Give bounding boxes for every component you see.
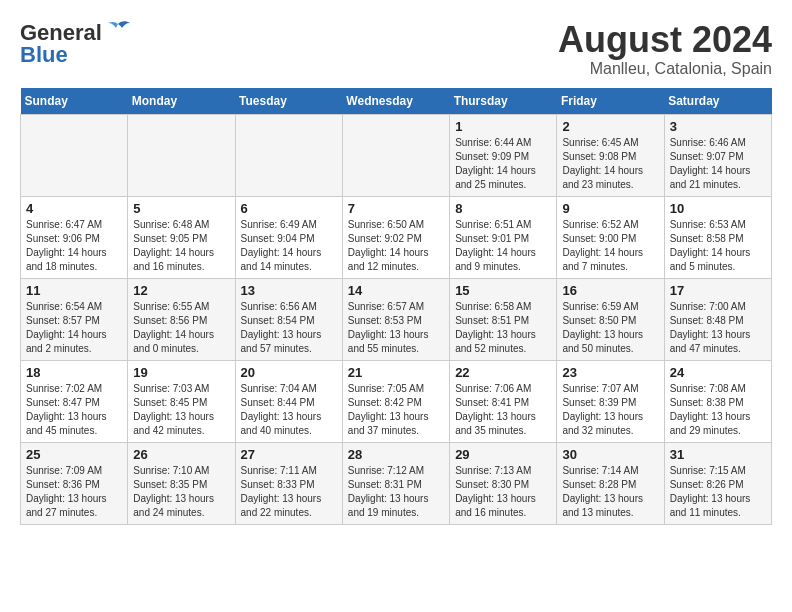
calendar-cell: 11Sunrise: 6:54 AMSunset: 8:57 PMDayligh…	[21, 278, 128, 360]
calendar-cell: 19Sunrise: 7:03 AMSunset: 8:45 PMDayligh…	[128, 360, 235, 442]
calendar-cell: 12Sunrise: 6:55 AMSunset: 8:56 PMDayligh…	[128, 278, 235, 360]
day-number: 2	[562, 119, 658, 134]
calendar-cell: 21Sunrise: 7:05 AMSunset: 8:42 PMDayligh…	[342, 360, 449, 442]
day-info: Sunrise: 6:45 AMSunset: 9:08 PMDaylight:…	[562, 136, 658, 192]
weekday-header-thursday: Thursday	[450, 88, 557, 115]
day-info: Sunrise: 7:05 AMSunset: 8:42 PMDaylight:…	[348, 382, 444, 438]
day-number: 18	[26, 365, 122, 380]
day-info: Sunrise: 6:57 AMSunset: 8:53 PMDaylight:…	[348, 300, 444, 356]
day-info: Sunrise: 6:56 AMSunset: 8:54 PMDaylight:…	[241, 300, 337, 356]
day-info: Sunrise: 6:59 AMSunset: 8:50 PMDaylight:…	[562, 300, 658, 356]
day-number: 14	[348, 283, 444, 298]
day-info: Sunrise: 7:07 AMSunset: 8:39 PMDaylight:…	[562, 382, 658, 438]
calendar-table: SundayMondayTuesdayWednesdayThursdayFrid…	[20, 88, 772, 525]
calendar-cell: 27Sunrise: 7:11 AMSunset: 8:33 PMDayligh…	[235, 442, 342, 524]
calendar-cell: 25Sunrise: 7:09 AMSunset: 8:36 PMDayligh…	[21, 442, 128, 524]
day-info: Sunrise: 6:51 AMSunset: 9:01 PMDaylight:…	[455, 218, 551, 274]
calendar-cell: 5Sunrise: 6:48 AMSunset: 9:05 PMDaylight…	[128, 196, 235, 278]
calendar-cell	[21, 114, 128, 196]
calendar-week-row: 1Sunrise: 6:44 AMSunset: 9:09 PMDaylight…	[21, 114, 772, 196]
calendar-week-row: 25Sunrise: 7:09 AMSunset: 8:36 PMDayligh…	[21, 442, 772, 524]
weekday-header-sunday: Sunday	[21, 88, 128, 115]
day-number: 17	[670, 283, 766, 298]
day-info: Sunrise: 6:50 AMSunset: 9:02 PMDaylight:…	[348, 218, 444, 274]
calendar-cell: 29Sunrise: 7:13 AMSunset: 8:30 PMDayligh…	[450, 442, 557, 524]
day-info: Sunrise: 7:08 AMSunset: 8:38 PMDaylight:…	[670, 382, 766, 438]
day-info: Sunrise: 6:46 AMSunset: 9:07 PMDaylight:…	[670, 136, 766, 192]
day-info: Sunrise: 7:09 AMSunset: 8:36 PMDaylight:…	[26, 464, 122, 520]
calendar-cell: 4Sunrise: 6:47 AMSunset: 9:06 PMDaylight…	[21, 196, 128, 278]
day-number: 15	[455, 283, 551, 298]
calendar-cell: 9Sunrise: 6:52 AMSunset: 9:00 PMDaylight…	[557, 196, 664, 278]
calendar-cell	[342, 114, 449, 196]
day-number: 21	[348, 365, 444, 380]
calendar-cell: 7Sunrise: 6:50 AMSunset: 9:02 PMDaylight…	[342, 196, 449, 278]
calendar-week-row: 18Sunrise: 7:02 AMSunset: 8:47 PMDayligh…	[21, 360, 772, 442]
day-number: 10	[670, 201, 766, 216]
calendar-cell: 24Sunrise: 7:08 AMSunset: 8:38 PMDayligh…	[664, 360, 771, 442]
day-info: Sunrise: 6:49 AMSunset: 9:04 PMDaylight:…	[241, 218, 337, 274]
calendar-cell: 28Sunrise: 7:12 AMSunset: 8:31 PMDayligh…	[342, 442, 449, 524]
day-info: Sunrise: 7:06 AMSunset: 8:41 PMDaylight:…	[455, 382, 551, 438]
calendar-cell: 30Sunrise: 7:14 AMSunset: 8:28 PMDayligh…	[557, 442, 664, 524]
calendar-cell: 22Sunrise: 7:06 AMSunset: 8:41 PMDayligh…	[450, 360, 557, 442]
day-number: 9	[562, 201, 658, 216]
calendar-week-row: 4Sunrise: 6:47 AMSunset: 9:06 PMDaylight…	[21, 196, 772, 278]
weekday-header-wednesday: Wednesday	[342, 88, 449, 115]
day-number: 1	[455, 119, 551, 134]
calendar-subtitle: Manlleu, Catalonia, Spain	[558, 60, 772, 78]
day-number: 24	[670, 365, 766, 380]
calendar-cell: 3Sunrise: 6:46 AMSunset: 9:07 PMDaylight…	[664, 114, 771, 196]
day-info: Sunrise: 7:15 AMSunset: 8:26 PMDaylight:…	[670, 464, 766, 520]
calendar-cell: 23Sunrise: 7:07 AMSunset: 8:39 PMDayligh…	[557, 360, 664, 442]
calendar-cell: 15Sunrise: 6:58 AMSunset: 8:51 PMDayligh…	[450, 278, 557, 360]
calendar-week-row: 11Sunrise: 6:54 AMSunset: 8:57 PMDayligh…	[21, 278, 772, 360]
day-number: 28	[348, 447, 444, 462]
day-number: 3	[670, 119, 766, 134]
weekday-header-row: SundayMondayTuesdayWednesdayThursdayFrid…	[21, 88, 772, 115]
calendar-cell: 16Sunrise: 6:59 AMSunset: 8:50 PMDayligh…	[557, 278, 664, 360]
calendar-cell: 18Sunrise: 7:02 AMSunset: 8:47 PMDayligh…	[21, 360, 128, 442]
day-number: 4	[26, 201, 122, 216]
day-number: 26	[133, 447, 229, 462]
weekday-header-saturday: Saturday	[664, 88, 771, 115]
calendar-cell	[235, 114, 342, 196]
calendar-cell: 6Sunrise: 6:49 AMSunset: 9:04 PMDaylight…	[235, 196, 342, 278]
day-number: 16	[562, 283, 658, 298]
day-number: 11	[26, 283, 122, 298]
day-info: Sunrise: 7:00 AMSunset: 8:48 PMDaylight:…	[670, 300, 766, 356]
day-info: Sunrise: 7:10 AMSunset: 8:35 PMDaylight:…	[133, 464, 229, 520]
day-number: 20	[241, 365, 337, 380]
calendar-cell: 14Sunrise: 6:57 AMSunset: 8:53 PMDayligh…	[342, 278, 449, 360]
calendar-cell: 1Sunrise: 6:44 AMSunset: 9:09 PMDaylight…	[450, 114, 557, 196]
day-info: Sunrise: 6:53 AMSunset: 8:58 PMDaylight:…	[670, 218, 766, 274]
day-number: 5	[133, 201, 229, 216]
day-number: 25	[26, 447, 122, 462]
day-number: 22	[455, 365, 551, 380]
day-number: 13	[241, 283, 337, 298]
calendar-title: August 2024	[558, 20, 772, 60]
day-number: 23	[562, 365, 658, 380]
day-info: Sunrise: 7:02 AMSunset: 8:47 PMDaylight:…	[26, 382, 122, 438]
weekday-header-monday: Monday	[128, 88, 235, 115]
calendar-cell: 10Sunrise: 6:53 AMSunset: 8:58 PMDayligh…	[664, 196, 771, 278]
day-number: 12	[133, 283, 229, 298]
calendar-cell: 17Sunrise: 7:00 AMSunset: 8:48 PMDayligh…	[664, 278, 771, 360]
day-info: Sunrise: 7:12 AMSunset: 8:31 PMDaylight:…	[348, 464, 444, 520]
day-info: Sunrise: 7:03 AMSunset: 8:45 PMDaylight:…	[133, 382, 229, 438]
calendar-title-area: August 2024 Manlleu, Catalonia, Spain	[558, 20, 772, 78]
logo-text: General Blue	[20, 20, 132, 68]
day-info: Sunrise: 6:58 AMSunset: 8:51 PMDaylight:…	[455, 300, 551, 356]
day-number: 7	[348, 201, 444, 216]
day-number: 6	[241, 201, 337, 216]
calendar-cell: 2Sunrise: 6:45 AMSunset: 9:08 PMDaylight…	[557, 114, 664, 196]
day-info: Sunrise: 6:44 AMSunset: 9:09 PMDaylight:…	[455, 136, 551, 192]
day-number: 19	[133, 365, 229, 380]
calendar-cell: 20Sunrise: 7:04 AMSunset: 8:44 PMDayligh…	[235, 360, 342, 442]
day-info: Sunrise: 7:14 AMSunset: 8:28 PMDaylight:…	[562, 464, 658, 520]
day-number: 30	[562, 447, 658, 462]
day-info: Sunrise: 6:54 AMSunset: 8:57 PMDaylight:…	[26, 300, 122, 356]
day-info: Sunrise: 6:47 AMSunset: 9:06 PMDaylight:…	[26, 218, 122, 274]
weekday-header-tuesday: Tuesday	[235, 88, 342, 115]
day-info: Sunrise: 7:13 AMSunset: 8:30 PMDaylight:…	[455, 464, 551, 520]
